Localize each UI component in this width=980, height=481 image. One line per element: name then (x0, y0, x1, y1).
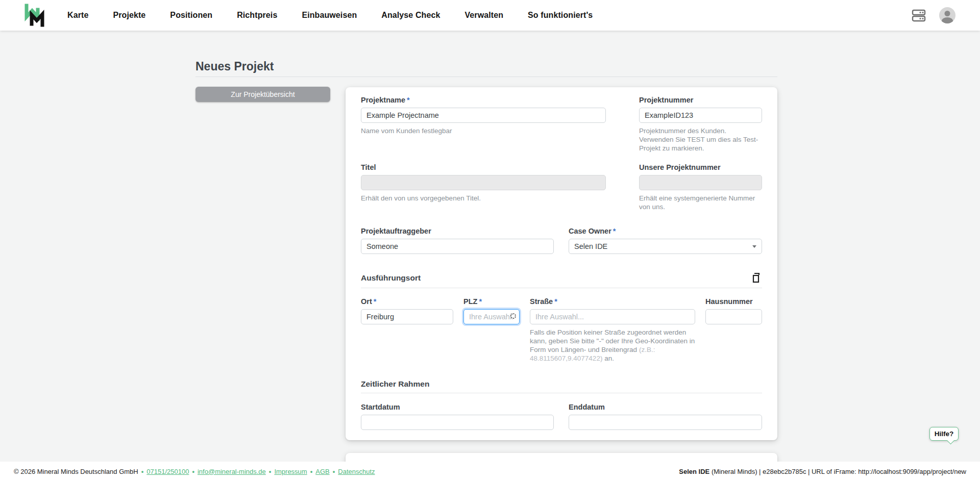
strasse-label: Straße* (530, 297, 695, 306)
startdatum-label: Startdatum (361, 402, 554, 412)
enddatum-label: Enddatum (569, 402, 762, 412)
footer-session-info: Selen IDE (Mineral Minds) | e28ebc2b785c… (679, 468, 966, 475)
titel-input (361, 175, 606, 190)
row-auftraggeber-caseowner: Projektauftraggeber Case Owner* Selen ID… (361, 226, 762, 254)
case-owner-select[interactable]: Selen IDE (569, 239, 762, 254)
unsere-projektnummer-helper: Erhält eine systemgenerierte Nummer von … (639, 194, 762, 211)
avatar-head (945, 11, 950, 16)
session-details: (Mineral Minds) | e28ebc2b785c | URL of … (709, 468, 966, 475)
projektnummer-input[interactable] (639, 108, 762, 123)
footer-link-email[interactable]: info@mineral-minds.de (198, 468, 266, 475)
case-owner-label: Case Owner* (569, 226, 762, 236)
field-enddatum: Enddatum (569, 402, 762, 430)
mineral-minds-logo[interactable] (23, 4, 48, 27)
section-ausfuehrungsort-header: Ausführungsort (361, 272, 762, 284)
footer-link-agb[interactable]: AGB (315, 468, 329, 475)
footer-separator: • (269, 468, 272, 475)
field-projektname: Projektname* Name vom Kunden festlegbar (361, 95, 606, 153)
field-case-owner: Case Owner* Selen IDE (569, 226, 762, 254)
copyright-text: © 2026 Mineral Minds Deutschland GmbH (14, 468, 138, 475)
field-strasse: Straße* Falls die Position keiner Straße… (530, 297, 695, 363)
titel-label: Titel (361, 163, 606, 172)
projektauftraggeber-label: Projektauftraggeber (361, 226, 554, 236)
back-to-project-overview-button[interactable]: Zur Projektübersicht (195, 87, 330, 102)
field-projektnummer: Projektnummer Projektnummer des Kunden. … (639, 95, 762, 153)
title-divider (195, 77, 777, 77)
ort-input[interactable] (361, 309, 453, 324)
projektname-input[interactable] (361, 108, 606, 123)
nav-item-positionen[interactable]: Positionen (170, 11, 212, 20)
footer-left: © 2026 Mineral Minds Deutschland GmbH • … (14, 468, 375, 475)
strasse-helper: Falls die Position keiner Straße zugeord… (530, 328, 695, 363)
titel-helper: Erhält den von uns vorgegebenen Titel. (361, 194, 606, 202)
row-ausfuehrungsort-fields: Ort* PLZ* Straße* Falls die Position kei… (361, 297, 762, 363)
projektname-label: Projektname* (361, 95, 606, 105)
new-project-form-card: Projektname* Name vom Kunden festlegbar … (346, 87, 777, 440)
footer-link-phone[interactable]: 07151/250100 (146, 468, 189, 475)
page-title: Neues Projekt (195, 60, 274, 73)
footer: © 2026 Mineral Minds Deutschland GmbH • … (0, 462, 980, 481)
case-owner-selected-value: Selen IDE (574, 242, 607, 250)
top-nav: Karte Projekte Positionen Richtpreis Ein… (0, 0, 980, 31)
nav-item-richtpreis[interactable]: Richtpreis (237, 11, 277, 20)
hausnummer-label: Hausnummer (705, 297, 762, 306)
copy-icon[interactable] (751, 272, 762, 284)
nav-item-verwalten[interactable]: Verwalten (464, 11, 503, 20)
loading-spinner-icon (510, 313, 516, 319)
footer-separator: • (141, 468, 144, 475)
user-avatar-icon[interactable] (939, 7, 955, 23)
section-divider (361, 393, 762, 393)
hausnummer-input[interactable] (705, 309, 762, 324)
field-titel: Titel Erhält den von uns vorgegebenen Ti… (361, 163, 606, 211)
nav-item-karte[interactable]: Karte (67, 11, 88, 20)
server-icon[interactable] (912, 9, 926, 22)
field-ort: Ort* (361, 297, 453, 363)
section-divider (361, 288, 762, 288)
footer-separator: • (310, 468, 313, 475)
unsere-projektnummer-label: Unsere Projektnummer (639, 163, 762, 172)
footer-separator: • (333, 468, 335, 475)
main-nav: Karte Projekte Positionen Richtpreis Ein… (67, 11, 593, 20)
row-titel-unsere-projektnummer: Titel Erhält den von uns vorgegebenen Ti… (361, 163, 762, 211)
nav-right-icons (912, 7, 955, 23)
session-user: Selen IDE (679, 468, 709, 475)
projektname-helper: Name vom Kunden festlegbar (361, 126, 606, 135)
projektnummer-label: Projektnummer (639, 95, 762, 105)
startdatum-input[interactable] (361, 415, 554, 430)
footer-link-impressum[interactable]: Impressum (274, 468, 307, 475)
nav-item-analyse-check[interactable]: Analyse Check (381, 11, 440, 20)
required-marker: * (613, 227, 616, 235)
row-datum-fields: Startdatum Enddatum (361, 402, 762, 430)
strasse-input[interactable] (530, 309, 695, 324)
field-projektauftraggeber: Projektauftraggeber (361, 226, 554, 254)
footer-link-datenschutz[interactable]: Datenschutz (338, 468, 375, 475)
field-unsere-projektnummer: Unsere Projektnummer Erhält eine systemg… (639, 163, 762, 211)
projektnummer-helper: Projektnummer des Kunden. Verwenden Sie … (639, 126, 762, 153)
enddatum-input[interactable] (569, 415, 762, 430)
section-zeitlicher-rahmen-title: Zeitlicher Rahmen (361, 379, 429, 389)
field-hausnummer: Hausnummer (705, 297, 762, 363)
section-ausfuehrungsort-title: Ausführungsort (361, 273, 421, 283)
help-button[interactable]: Hilfe? (929, 427, 959, 441)
footer-separator: • (192, 468, 194, 475)
unsere-projektnummer-input (639, 175, 762, 190)
nav-item-so-funktionierts[interactable]: So funktioniert's (528, 11, 593, 20)
row-projektname-projektnummer: Projektname* Name vom Kunden festlegbar … (361, 95, 762, 153)
nav-item-projekte[interactable]: Projekte (113, 11, 145, 20)
plz-label: PLZ* (463, 297, 520, 306)
nav-item-einbauweisen[interactable]: Einbauweisen (302, 11, 357, 20)
required-marker: * (407, 96, 410, 104)
plz-input-wrapper (463, 306, 520, 324)
required-marker: * (554, 297, 557, 306)
chevron-down-icon (752, 245, 756, 248)
section-zeitlicher-rahmen-header: Zeitlicher Rahmen (361, 379, 762, 389)
required-marker: * (479, 297, 482, 306)
field-plz: PLZ* (463, 297, 520, 363)
ort-label: Ort* (361, 297, 453, 306)
projektauftraggeber-input[interactable] (361, 239, 554, 254)
field-startdatum: Startdatum (361, 402, 554, 430)
required-marker: * (374, 297, 377, 306)
avatar-shoulders (942, 17, 953, 23)
